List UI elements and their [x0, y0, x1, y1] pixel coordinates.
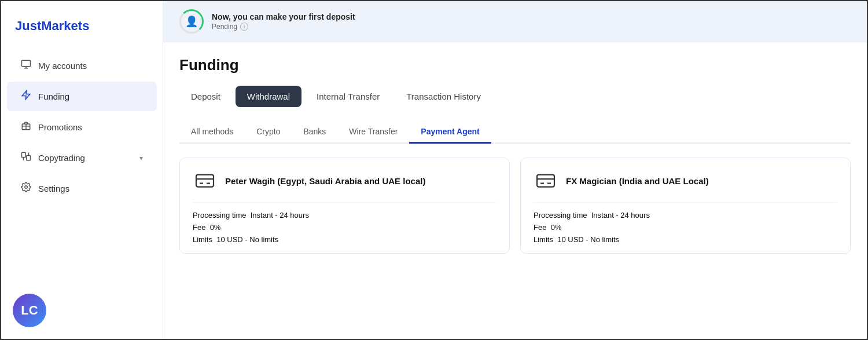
- sub-tab-payment-agent[interactable]: Payment Agent: [409, 121, 491, 144]
- settings-icon: [21, 182, 31, 195]
- tab-withdrawal[interactable]: Withdrawal: [236, 86, 301, 107]
- card-header-fx-magician: FX Magician (India and UAE Local): [534, 169, 837, 193]
- sidebar-item-funding[interactable]: Funding: [7, 82, 157, 111]
- processing-time-value-2: Instant - 24 hours: [591, 211, 650, 220]
- card-header-peter-wagih: Peter Wagih (Egypt, Saudi Arabia and UAE…: [193, 169, 496, 193]
- processing-time-label-2: Processing time: [534, 211, 587, 220]
- banner-title: Now, you can make your first deposit: [212, 12, 355, 21]
- sub-tab-banks[interactable]: Banks: [292, 121, 337, 144]
- primary-tabs: Deposit Withdrawal Internal Transfer Tra…: [179, 86, 851, 107]
- chevron-down-icon: ▾: [139, 154, 143, 162]
- banner-spinner-icon: 👤: [179, 9, 204, 34]
- sidebar-item-promotions[interactable]: Promotions: [7, 112, 157, 142]
- sidebar-item-copytrading-label: Copytrading: [38, 153, 85, 163]
- sub-tab-all-methods[interactable]: All methods: [179, 121, 245, 144]
- limits-row-1: Limits 10 USD - No limits: [193, 235, 496, 244]
- fee-label-1: Fee: [193, 223, 205, 232]
- processing-time-label-1: Processing time: [193, 211, 246, 220]
- sidebar-item-settings[interactable]: Settings: [7, 174, 157, 203]
- card-title-peter-wagih: Peter Wagih (Egypt, Saudi Arabia and UAE…: [225, 175, 425, 187]
- card-details-fx-magician: Processing time Instant - 24 hours Fee 0…: [534, 202, 837, 244]
- sidebar-item-promotions-label: Promotions: [38, 122, 82, 132]
- fee-value-1: 0%: [210, 223, 221, 232]
- info-icon[interactable]: i: [240, 23, 248, 31]
- limits-label-2: Limits: [534, 235, 553, 244]
- svg-rect-0: [22, 60, 31, 67]
- sidebar-item-my-accounts-label: My accounts: [38, 61, 87, 71]
- payment-agent-icon-1: [193, 169, 217, 193]
- card-details-peter-wagih: Processing time Instant - 24 hours Fee 0…: [193, 202, 496, 244]
- svg-rect-5: [196, 175, 214, 187]
- sidebar: JustMarkets My accounts Funding: [1, 1, 163, 339]
- svg-rect-6: [537, 175, 554, 187]
- payment-card-fx-magician[interactable]: FX Magician (India and UAE Local) Proces…: [520, 158, 851, 254]
- fee-value-2: 0%: [551, 223, 562, 232]
- avatar: LC: [13, 294, 46, 327]
- tab-internal-transfer[interactable]: Internal Transfer: [305, 86, 391, 107]
- secondary-tabs: All methods Crypto Banks Wire Transfer P…: [179, 121, 851, 144]
- copytrading-icon: [21, 151, 31, 164]
- logo-text: JustMarkets: [15, 19, 89, 33]
- logo: JustMarkets: [1, 13, 163, 50]
- sub-tab-crypto[interactable]: Crypto: [245, 121, 292, 144]
- tab-deposit[interactable]: Deposit: [179, 86, 232, 107]
- limits-value-1: 10 USD - No limits: [216, 235, 278, 244]
- svg-rect-2: [22, 152, 26, 157]
- sidebar-item-copytrading[interactable]: Copytrading ▾: [7, 143, 157, 173]
- sidebar-item-funding-label: Funding: [38, 92, 69, 101]
- limits-label-1: Limits: [193, 235, 212, 244]
- avatar-area[interactable]: LC: [13, 294, 46, 327]
- fee-row-2: Fee 0%: [534, 223, 837, 232]
- banner-status: Pending i: [212, 23, 355, 31]
- svg-point-4: [25, 186, 28, 189]
- fee-row-1: Fee 0%: [193, 223, 496, 232]
- sidebar-item-my-accounts[interactable]: My accounts: [7, 51, 157, 81]
- content-area: Funding Deposit Withdrawal Internal Tran…: [163, 42, 867, 339]
- processing-time-row-1: Processing time Instant - 24 hours: [193, 211, 496, 220]
- limits-value-2: 10 USD - No limits: [557, 235, 619, 244]
- tab-transaction-history[interactable]: Transaction History: [395, 86, 492, 107]
- user-icon: 👤: [185, 15, 198, 28]
- processing-time-value-1: Instant - 24 hours: [251, 211, 309, 220]
- my-accounts-icon: [21, 59, 31, 72]
- sub-tab-wire-transfer[interactable]: Wire Transfer: [337, 121, 409, 144]
- funding-icon: [21, 90, 31, 103]
- svg-rect-3: [27, 156, 31, 160]
- processing-time-row-2: Processing time Instant - 24 hours: [534, 211, 837, 220]
- payment-agent-icon-2: [534, 169, 558, 193]
- card-title-fx-magician: FX Magician (India and UAE Local): [566, 175, 709, 187]
- limits-row-2: Limits 10 USD - No limits: [534, 235, 837, 244]
- sidebar-nav: My accounts Funding Promotions: [1, 50, 163, 204]
- banner-status-text: Pending: [212, 23, 237, 31]
- page-title: Funding: [179, 56, 851, 74]
- sidebar-item-settings-label: Settings: [38, 184, 69, 193]
- promotions-icon: [21, 120, 31, 134]
- payment-card-peter-wagih[interactable]: Peter Wagih (Egypt, Saudi Arabia and UAE…: [179, 158, 510, 254]
- main-content: 👤 Now, you can make your first deposit P…: [163, 1, 867, 339]
- payment-cards-grid: Peter Wagih (Egypt, Saudi Arabia and UAE…: [179, 158, 851, 254]
- fee-label-2: Fee: [534, 223, 546, 232]
- banner-text-area: Now, you can make your first deposit Pen…: [212, 12, 355, 31]
- deposit-banner: 👤 Now, you can make your first deposit P…: [163, 1, 867, 42]
